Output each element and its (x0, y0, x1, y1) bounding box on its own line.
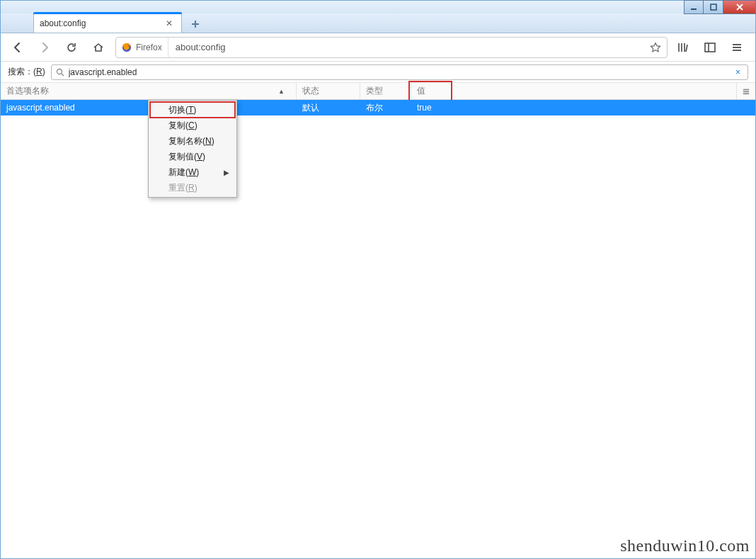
svg-line-13 (62, 74, 64, 76)
minimize-button[interactable] (684, 0, 704, 14)
clear-search-button[interactable]: × (733, 67, 743, 77)
menu-button[interactable] (728, 38, 745, 57)
tab-close-button[interactable]: ✕ (163, 18, 176, 28)
bookmark-star-icon[interactable] (644, 42, 667, 53)
browser-window: about:config ✕ Firefox (0, 0, 756, 559)
svg-rect-16 (743, 93, 749, 94)
svg-rect-7 (705, 43, 715, 52)
pref-status: 默认 (297, 102, 360, 114)
sidebar-icon[interactable] (701, 38, 718, 57)
search-label: 搜索：(R) (8, 66, 45, 78)
svg-rect-14 (743, 89, 749, 90)
identity-box[interactable]: Firefox (116, 38, 168, 57)
new-tab-button[interactable] (186, 16, 205, 33)
reload-button[interactable] (62, 38, 81, 57)
search-input[interactable] (69, 65, 728, 79)
forward-button[interactable] (35, 38, 55, 57)
search-icon (56, 68, 64, 77)
preferences-list: javascript.enabled 默认 布尔 true 切换(T) 复制(C… (1, 100, 755, 558)
close-button[interactable] (723, 0, 756, 14)
menu-copy[interactable]: 复制(C) (150, 118, 235, 133)
tab-about-config[interactable]: about:config ✕ (33, 13, 182, 33)
menu-copy-name[interactable]: 复制名称(N) (150, 133, 235, 149)
pref-row-javascript-enabled[interactable]: javascript.enabled 默认 布尔 true (1, 100, 755, 115)
search-box[interactable]: × (51, 64, 748, 80)
column-headers: 首选项名称 ▲ 状态 类型 值 (1, 83, 755, 100)
pref-value: true (411, 103, 755, 113)
menu-toggle[interactable]: 切换(T) (150, 102, 235, 118)
submenu-arrow-icon: ▶ (224, 169, 229, 176)
svg-point-12 (57, 69, 62, 74)
library-icon[interactable] (675, 38, 692, 57)
config-search-bar: 搜索：(R) × (1, 62, 755, 83)
menu-copy-value[interactable]: 复制值(V) (150, 149, 235, 164)
column-value[interactable]: 值 (411, 83, 737, 99)
menu-new[interactable]: 新建(W) ▶ (150, 164, 235, 180)
identity-label: Firefox (136, 43, 162, 52)
home-button[interactable] (88, 38, 108, 57)
window-controls (684, 0, 756, 14)
context-menu: 切换(T) 复制(C) 复制名称(N) 复制值(V) 新建(W) ▶ 重置(R) (148, 100, 237, 198)
url-input[interactable] (168, 38, 644, 57)
svg-rect-1 (711, 4, 716, 10)
watermark-text: shenduwin10.com (620, 536, 750, 555)
column-name[interactable]: 首选项名称 ▲ (1, 83, 297, 99)
url-bar[interactable]: Firefox (115, 37, 668, 58)
tab-title: about:config (40, 18, 157, 28)
firefox-icon (122, 43, 132, 52)
pref-type: 布尔 (360, 102, 411, 114)
column-picker-icon[interactable] (737, 83, 755, 99)
navigation-toolbar: Firefox (1, 33, 755, 62)
sort-ascending-icon: ▲ (278, 88, 290, 95)
toolbar-right (675, 38, 748, 57)
tab-strip: about:config ✕ (1, 13, 755, 33)
back-button[interactable] (8, 38, 28, 57)
menu-reset: 重置(R) (150, 180, 235, 196)
column-status[interactable]: 状态 (297, 83, 360, 99)
column-type[interactable]: 类型 (360, 83, 411, 99)
svg-rect-15 (743, 91, 749, 92)
maximize-button[interactable] (704, 0, 723, 14)
